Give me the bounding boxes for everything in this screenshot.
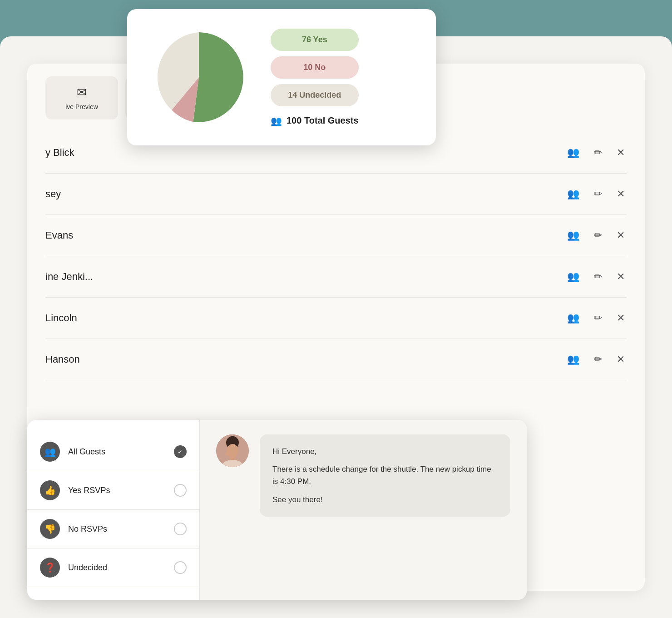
pie-chart bbox=[149, 27, 249, 127]
row-actions: 👥 ✏ ✕ bbox=[565, 269, 627, 284]
guest-list: y Blick 👥 ✏ ✕ sey 👥 ✏ ✕ Evans 👥 ✏ ✕ bbox=[27, 132, 645, 380]
delete-button[interactable]: ✕ bbox=[615, 228, 627, 243]
edit-button[interactable]: ✏ bbox=[592, 352, 604, 367]
message-closing: See you there! bbox=[272, 493, 498, 506]
message-bubble: Hi Everyone, There is a schedule change … bbox=[260, 434, 510, 517]
yes-rsvps-icon: 👍 bbox=[40, 480, 60, 500]
undecided-label: Undecided bbox=[68, 563, 107, 573]
undecided-pill: 14 Undecided bbox=[271, 84, 359, 106]
guest-name: Evans bbox=[45, 229, 73, 241]
delete-button[interactable]: ✕ bbox=[615, 310, 627, 326]
rsvp-chart-card: 76 Yes 10 No 14 Undecided 👥 100 Total Gu… bbox=[127, 9, 436, 145]
message-greeting: Hi Everyone, bbox=[272, 445, 498, 458]
recipient-left: 👍 Yes RSVPs bbox=[40, 480, 110, 500]
row-actions: 👥 ✏ ✕ bbox=[565, 352, 627, 367]
envelope-icon: ✉ bbox=[77, 85, 87, 100]
radio-undecided bbox=[174, 561, 187, 574]
message-card: 👥 All Guests ✓ 👍 Yes RSVPs 👎 No RSVPs ❓ … bbox=[27, 420, 527, 600]
table-row: Evans 👥 ✏ ✕ bbox=[45, 215, 627, 256]
guest-name: sey bbox=[45, 188, 61, 200]
recipient-undecided[interactable]: ❓ Undecided bbox=[27, 548, 199, 587]
table-row: Hanson 👥 ✏ ✕ bbox=[45, 339, 627, 380]
row-actions: 👥 ✏ ✕ bbox=[565, 186, 627, 202]
recipient-no-rsvps[interactable]: 👎 No RSVPs bbox=[27, 510, 199, 548]
guest-name: Lincoln bbox=[45, 312, 77, 324]
yes-pill: 76 Yes bbox=[271, 29, 359, 51]
recipient-left: 👎 No RSVPs bbox=[40, 519, 107, 539]
edit-button[interactable]: ✏ bbox=[592, 228, 604, 243]
table-row: sey 👥 ✏ ✕ bbox=[45, 174, 627, 215]
row-actions: 👥 ✏ ✕ bbox=[565, 228, 627, 243]
svg-point-3 bbox=[227, 444, 238, 458]
chart-legend: 76 Yes 10 No 14 Undecided 👥 100 Total Gu… bbox=[271, 29, 359, 126]
preview-button[interactable]: ✉ ive Preview bbox=[45, 76, 118, 120]
message-preview-area: Hi Everyone, There is a schedule change … bbox=[200, 420, 527, 600]
guest-name: ine Jenki... bbox=[45, 271, 93, 283]
no-pill: 10 No bbox=[271, 56, 359, 79]
all-guests-icon: 👥 bbox=[40, 442, 60, 462]
edit-button[interactable]: ✏ bbox=[592, 145, 604, 160]
guest-name: Hanson bbox=[45, 354, 80, 365]
svg-point-2 bbox=[229, 436, 236, 442]
recipient-left: ❓ Undecided bbox=[40, 558, 107, 578]
radio-no-rsvps bbox=[174, 523, 187, 535]
recipient-left: 👥 All Guests bbox=[40, 442, 105, 462]
recipient-selector: 👥 All Guests ✓ 👍 Yes RSVPs 👎 No RSVPs ❓ … bbox=[27, 420, 200, 600]
no-rsvps-label: No RSVPs bbox=[68, 524, 107, 534]
delete-button[interactable]: ✕ bbox=[615, 186, 627, 202]
yes-rsvps-label: Yes RSVPs bbox=[68, 486, 110, 495]
table-row: Lincoln 👥 ✏ ✕ bbox=[45, 298, 627, 339]
radio-all-guests: ✓ bbox=[174, 445, 187, 458]
edit-button[interactable]: ✏ bbox=[592, 310, 604, 326]
group-icon-button[interactable]: 👥 bbox=[565, 228, 581, 243]
recipient-yes-rsvps[interactable]: 👍 Yes RSVPs bbox=[27, 471, 199, 510]
group-icon-button[interactable]: 👥 bbox=[565, 186, 581, 202]
group-icon-button[interactable]: 👥 bbox=[565, 269, 581, 284]
edit-button[interactable]: ✏ bbox=[592, 269, 604, 284]
message-body: There is a schedule change for the shutt… bbox=[272, 463, 498, 488]
recipient-all-guests[interactable]: 👥 All Guests ✓ bbox=[27, 433, 199, 471]
edit-button[interactable]: ✏ bbox=[592, 186, 604, 202]
delete-button[interactable]: ✕ bbox=[615, 145, 627, 160]
guest-name: y Blick bbox=[45, 147, 74, 159]
table-row: ine Jenki... 👥 ✏ ✕ bbox=[45, 256, 627, 298]
guests-icon: 👥 bbox=[271, 115, 282, 126]
no-rsvps-icon: 👎 bbox=[40, 519, 60, 539]
group-icon-button[interactable]: 👥 bbox=[565, 352, 581, 367]
all-guests-label: All Guests bbox=[68, 447, 105, 457]
total-guests: 👥 100 Total Guests bbox=[271, 115, 359, 126]
group-icon-button[interactable]: 👥 bbox=[565, 145, 581, 160]
row-actions: 👥 ✏ ✕ bbox=[565, 310, 627, 326]
group-icon-button[interactable]: 👥 bbox=[565, 310, 581, 326]
delete-button[interactable]: ✕ bbox=[615, 269, 627, 284]
delete-button[interactable]: ✕ bbox=[615, 352, 627, 367]
undecided-icon: ❓ bbox=[40, 558, 60, 578]
preview-label: ive Preview bbox=[65, 103, 98, 110]
row-actions: 👥 ✏ ✕ bbox=[565, 145, 627, 160]
radio-yes-rsvps bbox=[174, 484, 187, 497]
avatar bbox=[216, 434, 249, 467]
